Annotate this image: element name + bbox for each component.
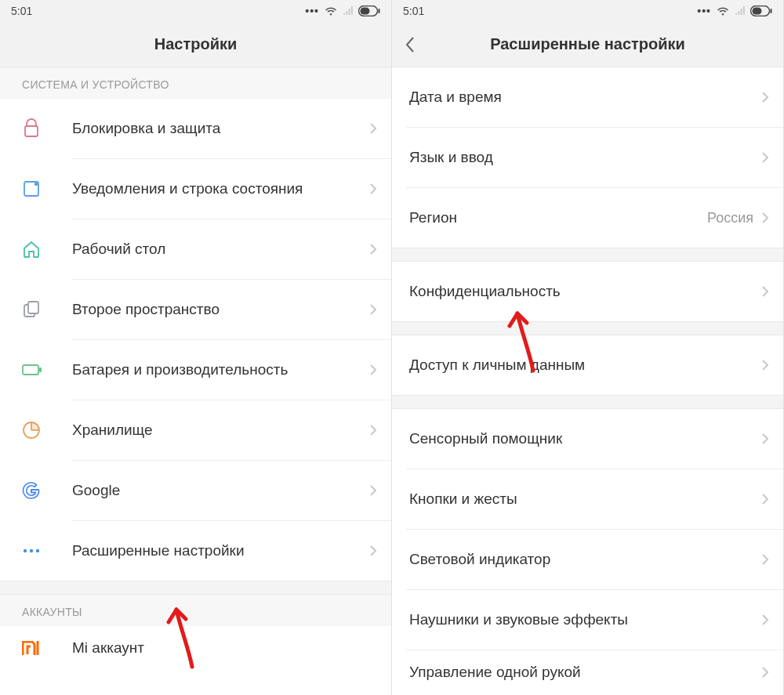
row-label: Батарея и производительность <box>72 360 369 380</box>
row-label: Язык и ввод <box>409 147 761 168</box>
row-label: Хранилище <box>72 420 369 440</box>
svg-point-15 <box>36 549 39 552</box>
row-label: Кнопки и жесты <box>409 489 761 509</box>
row-additional-settings[interactable]: Расширенные настройки <box>0 521 391 581</box>
row-language[interactable]: Язык и ввод <box>392 128 783 187</box>
row-lock-protection[interactable]: Блокировка и защита <box>0 99 391 158</box>
svg-point-5 <box>34 183 38 186</box>
row-label: Уведомления и строка состояния <box>72 179 369 199</box>
row-region[interactable]: Регион Россия <box>392 188 783 248</box>
battery-perf-icon <box>22 363 53 377</box>
page-title: Расширенные настройки <box>490 35 685 53</box>
row-label: Дата и время <box>409 87 761 107</box>
svg-rect-1 <box>361 8 370 15</box>
row-label: Расширенные настройки <box>72 541 369 561</box>
row-label: Сенсорный помощник <box>409 429 761 449</box>
row-led[interactable]: Световой индикатор <box>392 530 783 589</box>
header: Настройки <box>0 22 391 67</box>
screen-additional-settings: 5:01 ••• Расширенные настройки Дата и вр… <box>392 0 784 695</box>
row-battery[interactable]: Батарея и производительность <box>0 340 391 400</box>
section-accounts: АККАУНТЫ <box>0 595 391 626</box>
signal-icon <box>735 6 746 16</box>
chevron-right-icon <box>761 433 769 445</box>
row-accessibility[interactable]: Сенсорный помощник <box>392 409 783 469</box>
row-second-space[interactable]: Второе пространство <box>0 280 391 339</box>
signal-icon <box>343 6 354 16</box>
row-value: Россия <box>707 210 753 226</box>
chevron-right-icon <box>369 243 377 255</box>
row-label: Управление одной рукой <box>409 662 761 682</box>
row-one-hand[interactable]: Управление одной рукой <box>392 650 783 694</box>
settings-list[interactable]: Дата и время Язык и ввод Регион Россия К… <box>392 67 783 695</box>
row-date-time[interactable]: Дата и время <box>392 67 783 127</box>
back-button[interactable] <box>405 22 416 67</box>
chevron-right-icon <box>761 359 769 371</box>
row-label: Конфиденциальность <box>409 281 761 302</box>
svg-rect-7 <box>28 302 38 313</box>
row-label: Доступ к личным данным <box>409 355 761 375</box>
row-mi-account[interactable]: Mi аккаунт <box>0 626 391 670</box>
svg-point-14 <box>30 549 33 552</box>
screen-settings: 5:01 ••• Настройки СИСТЕМА И УСТРОЙСТВО … <box>0 0 392 695</box>
row-label: Google <box>72 480 369 501</box>
google-icon <box>22 481 53 500</box>
status-bar: 5:01 ••• <box>0 0 391 22</box>
row-label: Второе пространство <box>72 299 369 320</box>
row-storage[interactable]: Хранилище <box>0 400 391 460</box>
row-label: Блокировка и защита <box>72 118 369 139</box>
status-right: ••• <box>305 5 380 17</box>
header: Расширенные настройки <box>392 22 783 67</box>
settings-list[interactable]: СИСТЕМА И УСТРОЙСТВО Блокировка и защита… <box>0 67 391 695</box>
chevron-right-icon <box>369 183 377 195</box>
chevron-right-icon <box>369 484 377 497</box>
svg-rect-9 <box>39 367 42 372</box>
svg-rect-18 <box>771 9 772 13</box>
chevron-right-icon <box>369 303 377 316</box>
row-buttons-gestures[interactable]: Кнопки и жесты <box>392 469 783 529</box>
row-label: Наушники и звуковые эффекты <box>409 610 761 630</box>
svg-rect-3 <box>25 126 38 136</box>
row-home-screen[interactable]: Рабочий стол <box>0 219 391 279</box>
status-time: 5:01 <box>403 5 424 17</box>
svg-rect-17 <box>753 8 762 15</box>
chevron-right-icon <box>761 666 769 679</box>
status-right: ••• <box>697 5 772 17</box>
row-google[interactable]: Google <box>0 461 391 520</box>
svg-point-13 <box>24 549 27 552</box>
row-notifications[interactable]: Уведомления и строка состояния <box>0 159 391 219</box>
chevron-right-icon <box>761 212 769 224</box>
more-horizontal-icon <box>22 548 53 553</box>
lock-icon <box>22 118 53 139</box>
chevron-right-icon <box>369 364 377 376</box>
svg-rect-8 <box>23 365 38 375</box>
page-title: Настройки <box>154 35 238 53</box>
row-personal-data[interactable]: Доступ к личным данным <box>392 335 783 395</box>
chevron-right-icon <box>369 122 377 135</box>
chevron-right-icon <box>761 553 769 566</box>
battery-icon <box>358 5 380 16</box>
battery-icon <box>750 5 772 16</box>
row-label: Регион <box>409 208 707 228</box>
mi-icon <box>22 641 53 655</box>
row-label: Световой индикатор <box>409 549 761 570</box>
wifi-icon <box>716 5 730 16</box>
copy-icon <box>22 300 53 319</box>
row-privacy[interactable]: Конфиденциальность <box>392 262 783 321</box>
status-time: 5:01 <box>11 5 32 17</box>
chevron-right-icon <box>761 493 769 505</box>
chevron-right-icon <box>761 614 769 626</box>
svg-rect-2 <box>379 9 380 13</box>
notification-icon <box>22 179 53 198</box>
row-label: Рабочий стол <box>72 239 369 259</box>
row-headphones[interactable]: Наушники и звуковые эффекты <box>392 590 783 650</box>
home-icon <box>22 240 53 259</box>
chevron-right-icon <box>369 424 377 436</box>
storage-icon <box>22 421 53 440</box>
chevron-right-icon <box>761 151 769 164</box>
row-label: Mi аккаунт <box>72 638 377 658</box>
section-system: СИСТЕМА И УСТРОЙСТВО <box>0 67 391 99</box>
chevron-right-icon <box>761 91 769 103</box>
status-bar: 5:01 ••• <box>392 0 783 22</box>
more-icon: ••• <box>697 5 711 17</box>
more-icon: ••• <box>305 5 319 17</box>
